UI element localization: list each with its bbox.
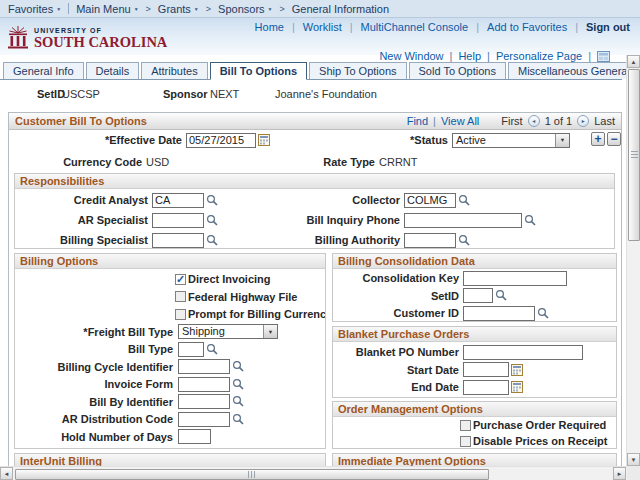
scroll-up-button[interactable]: ▲ <box>627 55 640 68</box>
breadcrumb-sponsors[interactable]: Sponsors▼ <box>218 3 272 15</box>
tab-ship-to-options[interactable]: Ship To Options <box>309 62 406 79</box>
freight-bill-type-select[interactable]: Shipping ▼ <box>178 324 278 339</box>
new-window-link[interactable]: New Window <box>379 50 443 62</box>
breadcrumb-main-menu[interactable]: Main Menu▼ <box>76 3 138 15</box>
vertical-scrollbar-thumb[interactable] <box>628 69 640 241</box>
prompt-billing-currency-label: Prompt for Billing Currency <box>188 308 326 320</box>
sponsor-name: Joanne's Foundation <box>275 88 377 100</box>
home-link[interactable]: Home <box>255 21 284 33</box>
hold-number-of-days-label: Hold Number of Days <box>15 429 173 445</box>
order-management-options-title: Order Management Options <box>338 403 483 415</box>
billing-cycle-identifier-lookup-icon[interactable] <box>232 360 245 373</box>
bill-by-identifier-input[interactable] <box>178 394 230 409</box>
calendar-icon[interactable] <box>258 134 270 146</box>
tab-attributes[interactable]: Attributes <box>141 62 207 79</box>
add-row-button[interactable]: + <box>591 132 605 146</box>
invoice-form-lookup-icon[interactable] <box>232 378 245 391</box>
consolidation-key-input[interactable] <box>463 271 567 286</box>
bill-type-input[interactable] <box>178 342 204 357</box>
link-separator: | <box>476 21 479 33</box>
ar-distribution-code-input[interactable] <box>178 412 230 427</box>
direct-invoicing-checkbox[interactable] <box>175 274 186 285</box>
billing-specialist-input[interactable] <box>152 233 204 248</box>
collector-label: Collector <box>215 192 400 208</box>
billing-authority-input[interactable] <box>404 233 456 248</box>
breadcrumb-current-page: General Information <box>292 3 389 15</box>
scroll-left-button[interactable]: ◄ <box>0 467 13 480</box>
status-select[interactable]: Active ▼ <box>452 133 570 148</box>
billing-cycle-identifier-input[interactable] <box>178 359 230 374</box>
help-link[interactable]: Help <box>458 50 481 62</box>
rate-type-label: Rate Type <box>259 154 375 170</box>
breadcrumb-general-information: General Information <box>292 3 389 15</box>
ar-distribution-code-lookup-icon[interactable] <box>232 413 245 426</box>
bill-type-lookup-icon[interactable] <box>206 343 219 356</box>
consolidation-setid-input[interactable] <box>463 288 493 303</box>
thumb-grip <box>248 471 257 478</box>
horizontal-scrollbar[interactable]: ◄ ► <box>0 466 627 480</box>
ar-specialist-input[interactable] <box>152 213 204 228</box>
find-link[interactable]: Find <box>407 115 428 127</box>
next-row-button[interactable]: ► <box>577 115 589 127</box>
freight-bill-type-value: Shipping <box>179 325 263 338</box>
calendar-icon[interactable] <box>511 364 523 376</box>
billing-authority-lookup-icon[interactable] <box>458 234 471 247</box>
scroll-right-button[interactable]: ► <box>613 467 626 480</box>
purchase-order-required-checkbox[interactable] <box>460 420 471 431</box>
collector-lookup-icon[interactable] <box>458 194 471 207</box>
vertical-scrollbar[interactable]: ▲ ▼ <box>626 55 640 466</box>
interunit-billing-title: InterUnit Billing <box>20 455 102 466</box>
sign-out-link[interactable]: Sign out <box>586 21 630 33</box>
tab-details[interactable]: Details <box>86 62 140 79</box>
disable-prices-on-receipt-label: Disable Prices on Receipt <box>473 435 608 447</box>
calendar-icon[interactable] <box>511 381 523 393</box>
multichannel-console-link[interactable]: MultiChannel Console <box>361 21 469 33</box>
customer-id-input[interactable] <box>463 306 535 321</box>
bill-inquiry-phone-input[interactable] <box>404 213 522 228</box>
dropdown-arrow-icon[interactable]: ▼ <box>555 134 569 147</box>
end-date-input[interactable] <box>463 380 509 395</box>
invoice-form-input[interactable] <box>178 377 230 392</box>
bill-inquiry-phone-lookup-icon[interactable] <box>524 214 537 227</box>
responsibilities-section: Responsibilities Credit Analyst Collecto… <box>14 173 615 249</box>
breadcrumb-favorites-label: Favorites <box>8 3 53 15</box>
view-all-link[interactable]: View All <box>441 115 479 127</box>
breadcrumb-main-menu-label: Main Menu <box>76 3 130 15</box>
dropdown-arrow-icon[interactable]: ▼ <box>263 325 277 338</box>
start-date-input[interactable] <box>463 362 509 377</box>
collector-input[interactable] <box>404 193 456 208</box>
breadcrumb-sponsors-label: Sponsors <box>218 3 264 15</box>
section-header: InterUnit Billing <box>15 454 325 466</box>
personalize-page-link[interactable]: Personalize Page <box>496 50 582 62</box>
breadcrumb-favorites[interactable]: Favorites▼ <box>8 3 61 15</box>
breadcrumb-grants[interactable]: Grants▼ <box>158 3 199 15</box>
tab-sold-to-options[interactable]: Sold To Options <box>409 62 506 79</box>
tab-label: Sold To Options <box>419 65 496 77</box>
thumb-grip <box>631 151 638 160</box>
tab-miscellaneous-general-info[interactable]: Miscellaneous General Info <box>508 62 640 79</box>
bill-by-identifier-lookup-icon[interactable] <box>232 395 245 408</box>
worklist-link[interactable]: Worklist <box>303 21 342 33</box>
horizontal-scrollbar-thumb[interactable] <box>15 469 489 480</box>
prompt-billing-currency-checkbox[interactable] <box>175 309 186 320</box>
blanket-po-number-input[interactable] <box>463 345 583 360</box>
add-to-favorites-link[interactable]: Add to Favorites <box>487 21 567 33</box>
disable-prices-on-receipt-checkbox[interactable] <box>460 436 471 447</box>
consolidation-setid-lookup-icon[interactable] <box>495 289 508 302</box>
tab-general-info[interactable]: General Info <box>3 62 84 79</box>
credit-analyst-input[interactable] <box>152 193 204 208</box>
start-date-label: Start Date <box>333 362 459 378</box>
federal-highway-file-checkbox[interactable] <box>175 291 186 302</box>
effective-date-input[interactable] <box>186 133 256 148</box>
previous-row-button[interactable]: ◄ <box>528 115 540 127</box>
hold-number-of-days-input[interactable] <box>178 429 211 444</box>
scroll-down-button[interactable]: ▼ <box>627 453 640 466</box>
immediate-payment-options-section: Immediate Payment Options <box>332 453 617 466</box>
tab-bill-to-options[interactable]: Bill To Options <box>210 62 307 80</box>
copy-url-icon[interactable] <box>597 51 610 62</box>
usc-emblem-icon <box>6 24 30 49</box>
section-header: Responsibilities <box>15 174 614 189</box>
customer-id-lookup-icon[interactable] <box>537 307 550 320</box>
delete-row-button[interactable]: − <box>607 132 621 146</box>
billing-specialist-label: Billing Specialist <box>15 232 148 248</box>
